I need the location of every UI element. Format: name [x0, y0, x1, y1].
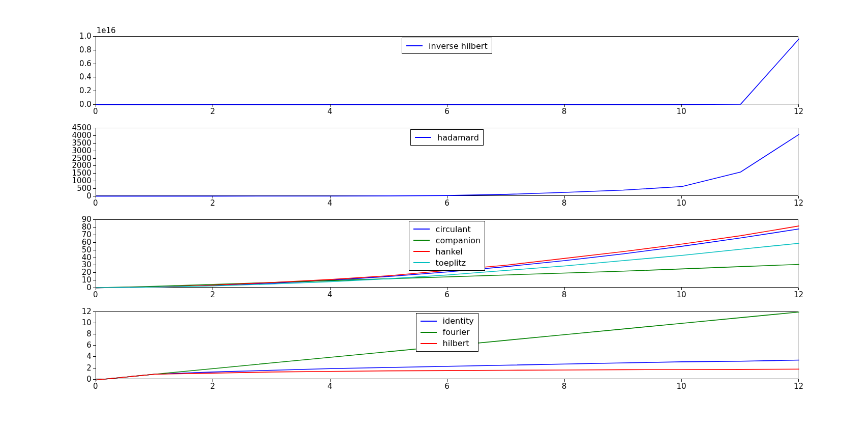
y-tick-label: 0.8 — [79, 45, 92, 54]
x-tick-label: 2 — [210, 198, 215, 208]
legend-entry: hadamard — [415, 132, 479, 143]
x-tick-label: 10 — [676, 198, 686, 208]
x-tick-label: 2 — [210, 107, 215, 116]
y-tick-label: 0.6 — [79, 59, 92, 68]
y-tick-label: 90 — [82, 215, 92, 224]
legend-line-icon — [421, 321, 437, 322]
x-tick-label: 8 — [562, 382, 567, 391]
y-tick-label: 8 — [86, 329, 92, 338]
x-tick-label: 8 — [562, 198, 567, 208]
legend-entry: companion — [413, 235, 481, 246]
y-tick-label: 0.2 — [79, 86, 92, 95]
legend-line-icon — [406, 45, 423, 46]
x-tick-label: 0 — [93, 198, 98, 208]
y-tick-label: 12 — [82, 307, 92, 316]
y-tick-label: 0 — [86, 375, 92, 384]
legend-entry: hankel — [413, 246, 481, 257]
x-tick-label: 12 — [794, 107, 803, 116]
x-tick-label: 4 — [327, 107, 333, 116]
legend: inverse hilbert — [402, 38, 492, 54]
legend: circulantcompanionhankeltoeplitz — [409, 221, 486, 271]
legend-line-icon — [413, 240, 430, 241]
legend-label: toeplitz — [436, 258, 466, 268]
x-tick-label: 0 — [93, 107, 98, 116]
legend-line-icon — [413, 262, 430, 263]
legend-line-icon — [421, 332, 437, 333]
legend-line-icon — [415, 137, 431, 138]
legend-line-icon — [413, 229, 430, 230]
y-tick-label: 0.0 — [79, 100, 92, 109]
x-tick-label: 12 — [794, 198, 803, 208]
x-tick-label: 4 — [327, 198, 333, 208]
legend-label: identity — [443, 316, 474, 326]
x-tick-label: 0 — [93, 382, 98, 391]
figure: 0246810120.00.20.40.60.81.01e16inverse h… — [0, 0, 868, 426]
x-tick-label: 4 — [327, 382, 333, 391]
legend-entry: identity — [421, 316, 474, 327]
x-tick-label: 6 — [444, 107, 450, 116]
y-tick-label: 6 — [86, 340, 92, 350]
x-tick-label: 6 — [444, 198, 450, 208]
x-tick-label: 8 — [562, 290, 567, 299]
x-tick-label: 12 — [794, 382, 803, 391]
legend-label: hadamard — [437, 133, 479, 143]
legend-label: fourier — [443, 327, 470, 337]
x-tick-label: 10 — [676, 290, 686, 299]
legend: identityfourierhilbert — [416, 313, 478, 352]
legend: hadamard — [410, 129, 484, 146]
legend-label: hilbert — [443, 338, 469, 348]
x-tick-label: 6 — [444, 290, 450, 299]
legend-entry: hilbert — [421, 338, 474, 349]
x-tick-label: 6 — [444, 382, 450, 391]
x-tick-label: 0 — [93, 290, 98, 299]
legend-entry: circulant — [413, 223, 481, 235]
series-line — [96, 369, 799, 380]
legend-label: hankel — [436, 247, 463, 257]
legend-entry: inverse hilbert — [406, 40, 488, 51]
y-tick-label: 0.4 — [79, 72, 92, 81]
y-tick-label: 4500 — [72, 123, 92, 132]
y-tick-label: 10 — [82, 318, 92, 327]
x-tick-label: 2 — [210, 290, 215, 299]
y-tick-label: 2 — [86, 363, 92, 373]
y-tick-label: 1.0 — [79, 32, 92, 41]
x-tick-label: 8 — [562, 107, 567, 116]
legend-line-icon — [413, 251, 430, 252]
x-tick-label: 12 — [794, 290, 803, 299]
x-tick-label: 2 — [210, 382, 215, 391]
legend-entry: toeplitz — [413, 257, 481, 268]
x-tick-label: 4 — [327, 290, 333, 299]
y-axis-exponent: 1e16 — [97, 26, 116, 35]
x-tick-label: 10 — [676, 382, 686, 391]
y-tick-label: 4 — [86, 352, 92, 361]
x-tick-label: 10 — [676, 107, 686, 116]
legend-entry: fourier — [421, 327, 474, 338]
legend-line-icon — [421, 343, 437, 344]
legend-label: circulant — [436, 224, 471, 234]
legend-label: inverse hilbert — [429, 41, 488, 51]
legend-label: companion — [436, 236, 481, 245]
